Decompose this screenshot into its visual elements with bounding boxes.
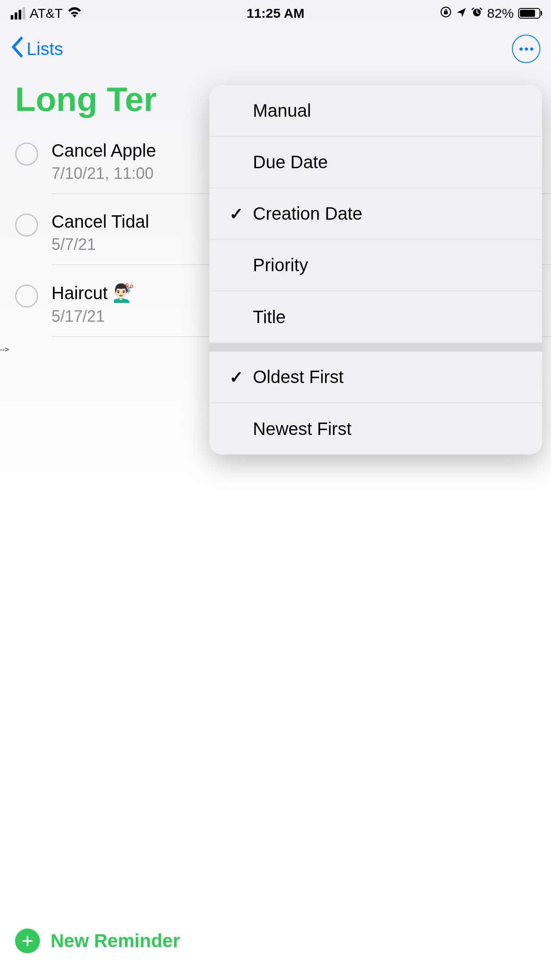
status-right: 82%	[440, 6, 540, 21]
status-left: AT&T	[11, 6, 82, 21]
sort-by-section: Manual Due Date ✓ Creation Date Priority…	[209, 85, 542, 343]
checkmark-icon: ✓	[227, 204, 246, 224]
battery-percent: 82%	[487, 6, 514, 21]
new-reminder-label: New Reminder	[51, 930, 180, 952]
order-option-newest-first[interactable]: Newest First	[209, 403, 542, 454]
svg-rect-1	[445, 12, 448, 14]
wifi-icon	[67, 6, 82, 21]
more-button[interactable]	[512, 35, 540, 63]
reminder-checkbox[interactable]	[15, 213, 38, 237]
sort-option-title[interactable]: Title	[209, 291, 542, 343]
sort-order-section: ✓ Oldest First Newest First	[209, 352, 542, 454]
battery-icon	[518, 8, 540, 19]
reminder-checkbox[interactable]	[15, 142, 38, 166]
menu-label: Newest First	[253, 419, 351, 439]
sort-option-priority[interactable]: Priority	[209, 240, 542, 291]
ellipsis-icon	[520, 47, 523, 51]
chevron-back-icon	[11, 36, 23, 62]
sort-menu-popover: Manual Due Date ✓ Creation Date Priority…	[209, 85, 542, 454]
plus-circle-icon	[15, 929, 40, 953]
sort-option-manual[interactable]: Manual	[209, 85, 542, 137]
location-icon	[456, 6, 467, 21]
new-reminder-button[interactable]: New Reminder	[15, 929, 536, 953]
orientation-lock-icon	[440, 6, 452, 21]
signal-bars-icon	[11, 7, 25, 20]
menu-label: Creation Date	[253, 204, 362, 224]
sort-option-creation-date[interactable]: ✓ Creation Date	[209, 188, 542, 240]
bottom-bar: New Reminder	[0, 929, 551, 953]
menu-divider	[209, 343, 542, 352]
menu-label: Priority	[253, 255, 308, 275]
reminder-checkbox[interactable]	[15, 285, 38, 308]
order-option-oldest-first[interactable]: ✓ Oldest First	[209, 352, 542, 403]
back-button[interactable]: Lists	[11, 36, 63, 62]
status-time: 11:25 AM	[247, 6, 305, 21]
carrier-label: AT&T	[30, 6, 63, 21]
menu-label: Due Date	[253, 152, 328, 172]
alarm-icon	[471, 6, 483, 21]
menu-label: Title	[253, 307, 286, 327]
menu-label: Oldest First	[253, 367, 343, 387]
status-bar: AT&T 11:25 AM	[0, 0, 551, 27]
sort-option-due-date[interactable]: Due Date	[209, 137, 542, 188]
checkmark-icon: ✓	[227, 368, 246, 387]
nav-bar: Lists	[0, 27, 551, 71]
menu-label: Manual	[253, 101, 311, 121]
back-label: Lists	[27, 39, 63, 59]
